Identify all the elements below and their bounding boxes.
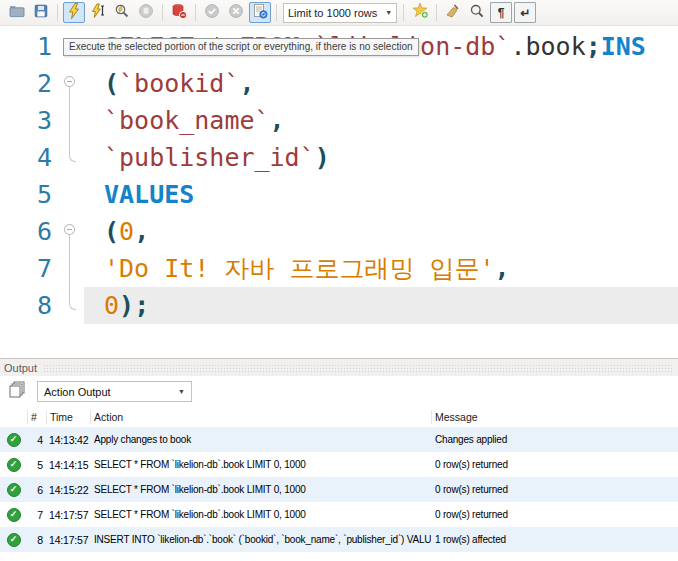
row-number-cell: 6	[27, 484, 46, 496]
code-line[interactable]: 4`publisher_id`)	[0, 139, 678, 176]
status-cell: ✓	[0, 458, 27, 472]
show-invisibles-icon: ¶	[498, 7, 505, 19]
save-button[interactable]	[30, 2, 52, 23]
status-column-header	[0, 410, 27, 424]
explain-plan-button[interactable]	[111, 2, 133, 23]
limit-rows-dropdown[interactable]: Limit to 1000 rows ▼	[283, 3, 397, 23]
find-button[interactable]	[466, 2, 488, 23]
toolbar-separator	[403, 4, 404, 21]
table-row[interactable]: ✓414:13:42Apply changes to bookChanges a…	[0, 427, 678, 452]
editor-toolbar: Limit to 1000 rows ▼ ¶ ↵	[0, 0, 678, 26]
toolbar-separator	[162, 4, 163, 21]
panel-grip-texture	[43, 364, 674, 373]
execute-script-icon	[66, 3, 82, 23]
code-line[interactable]: 5VALUES	[0, 176, 678, 213]
limit-rows-value: Limit to 1000 rows	[288, 7, 377, 19]
line-number: 8	[0, 287, 56, 324]
action-cell: Apply changes to book	[90, 434, 431, 445]
success-check-icon: ✓	[7, 483, 21, 497]
output-panel-title: Output	[4, 362, 43, 374]
row-number-cell: 8	[27, 534, 46, 546]
table-row[interactable]: ✓614:15:22SELECT * FROM `likelion-db`.bo…	[0, 477, 678, 502]
code-text: `publisher_id`)	[84, 139, 678, 176]
table-row[interactable]: ✓714:17:57SELECT * FROM `likelion-db`.bo…	[0, 502, 678, 527]
wrap-text-icon: ↵	[520, 7, 530, 19]
toggle-autocommit-button[interactable]	[249, 2, 271, 23]
open-file-button[interactable]	[6, 2, 28, 23]
toolbar-separator	[276, 4, 277, 21]
line-number: 4	[0, 139, 56, 176]
num-column-header: #	[27, 410, 46, 424]
action-cell: SELECT * FROM `likelion-db`.book LIMIT 0…	[90, 459, 431, 470]
time-column-header: Time	[46, 410, 90, 424]
fold-marker-icon[interactable]	[56, 65, 84, 102]
code-line[interactable]: 2(`bookid`,	[0, 65, 678, 102]
success-check-icon: ✓	[7, 508, 21, 522]
execute-current-statement-icon	[90, 3, 106, 23]
row-number-cell: 5	[27, 459, 46, 471]
status-cell: ✓	[0, 433, 27, 447]
line-number: 6	[0, 213, 56, 250]
toggle-autocommit-icon	[252, 3, 268, 23]
output-view-dropdown[interactable]: Action Output ▼	[37, 381, 192, 402]
save-icon	[33, 3, 49, 23]
action-cell: SELECT * FROM `likelion-db`.book LIMIT 0…	[90, 484, 431, 495]
output-panel-header: Output	[0, 359, 678, 376]
code-text: (0,	[84, 213, 678, 250]
open-file-icon	[9, 3, 25, 23]
output-panel: Output Action Output ▼ # Time Action Mes…	[0, 358, 678, 552]
action-cell: SELECT * FROM `likelion-db`.book LIMIT 0…	[90, 509, 431, 520]
fold-gutter	[56, 250, 84, 287]
sql-editor-lines: 1SELECT * FROM `likelion-db`.book;INS2(`…	[0, 28, 678, 324]
line-number: 5	[0, 176, 56, 213]
time-cell: 14:13:42	[46, 434, 90, 446]
line-number: 3	[0, 102, 56, 139]
time-cell: 14:17:57	[46, 534, 90, 546]
stop-execution-icon	[138, 3, 154, 23]
beautify-script-button[interactable]	[442, 2, 464, 23]
toggle-stop-on-error-button[interactable]	[168, 2, 190, 23]
toolbar-separator	[436, 4, 437, 21]
sql-editor[interactable]: 1SELECT * FROM `likelion-db`.book;INS2(`…	[0, 26, 678, 358]
fold-marker-icon[interactable]	[56, 213, 84, 250]
code-line[interactable]: 7'Do It! 자바 프로그래밍 입문',	[0, 250, 678, 287]
save-snippet-button[interactable]	[409, 2, 431, 23]
code-text: (`bookid`,	[84, 65, 678, 102]
output-view-value: Action Output	[44, 386, 111, 398]
code-line[interactable]: 80);	[0, 287, 678, 324]
code-line[interactable]: 3`book_name`,	[0, 102, 678, 139]
message-cell: 0 row(s) returned	[431, 509, 678, 520]
status-cell: ✓	[0, 533, 27, 547]
row-number-cell: 4	[27, 434, 46, 446]
execute-current-statement-button[interactable]	[87, 2, 109, 23]
chevron-down-icon: ▼	[178, 388, 185, 395]
execute-script-button[interactable]	[63, 2, 85, 23]
find-icon	[469, 3, 485, 23]
fold-gutter	[56, 102, 84, 139]
code-line[interactable]: 6(0,	[0, 213, 678, 250]
action-column-header: Action	[90, 410, 431, 424]
code-text: VALUES	[84, 176, 678, 213]
toolbar-separator	[195, 4, 196, 21]
line-number: 7	[0, 250, 56, 287]
output-table-header: # Time Action Message	[0, 407, 678, 427]
success-check-icon: ✓	[7, 458, 21, 472]
commit-button	[201, 2, 223, 23]
table-row[interactable]: ✓514:14:15SELECT * FROM `likelion-db`.bo…	[0, 452, 678, 477]
line-number: 2	[0, 65, 56, 102]
message-cell: Changes applied	[431, 434, 678, 445]
code-text: 0);	[84, 287, 678, 324]
status-cell: ✓	[0, 483, 27, 497]
rollback-icon	[228, 3, 244, 23]
wrap-text-button[interactable]: ↵	[514, 2, 536, 23]
line-number: 1	[0, 28, 56, 65]
message-column-header: Message	[431, 410, 678, 424]
chevron-down-icon: ▼	[377, 9, 392, 16]
status-cell: ✓	[0, 508, 27, 522]
table-row[interactable]: ✓814:17:57INSERT INTO `likelion-db`.`boo…	[0, 527, 678, 552]
rollback-button	[225, 2, 247, 23]
explain-plan-icon	[114, 3, 130, 23]
fold-gutter	[56, 139, 84, 176]
show-invisibles-button[interactable]: ¶	[490, 2, 512, 23]
time-cell: 14:14:15	[46, 459, 90, 471]
